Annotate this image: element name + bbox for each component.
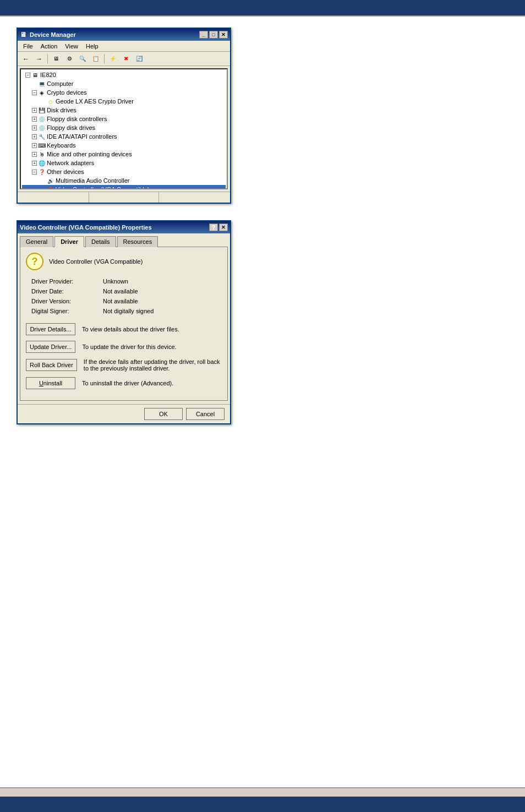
uninstall-button[interactable]: Uninstall bbox=[26, 377, 75, 389]
label-ie820: IE820 bbox=[40, 72, 56, 78]
restore-button[interactable]: □ bbox=[209, 31, 218, 39]
menu-help[interactable]: Help bbox=[83, 42, 102, 50]
props-titlebar-controls: ? ✕ bbox=[209, 224, 228, 231]
tree-item-network[interactable]: + 🌐 Network adapters bbox=[22, 159, 226, 167]
label-network: Network adapters bbox=[47, 160, 94, 166]
expand-mice[interactable]: + bbox=[32, 152, 37, 157]
update-driver-desc: To update the driver for this device. bbox=[82, 344, 222, 350]
toolbar-sep1 bbox=[47, 54, 48, 64]
device-icon: ? bbox=[26, 253, 43, 270]
tab-details[interactable]: Details bbox=[85, 236, 116, 247]
label-floppy-ctrl: Floppy disk controllers bbox=[47, 116, 107, 122]
driver-signer-value: Not digitally signed bbox=[103, 308, 222, 314]
driver-action-rollback: Roll Back Driver If the device fails aft… bbox=[26, 358, 222, 372]
tree-item-crypto[interactable]: − ◈ Crypto devices bbox=[22, 88, 226, 97]
label-other: Other devices bbox=[47, 168, 84, 175]
toolbar-scan[interactable]: 🔍 bbox=[76, 53, 89, 64]
close-button[interactable]: ✕ bbox=[219, 31, 228, 39]
icon-keyboards: ⌨ bbox=[38, 141, 46, 149]
tab-general[interactable]: General bbox=[20, 236, 53, 247]
device-manager-window: 🖥 Device Manager _ □ ✕ File Action View … bbox=[17, 28, 231, 204]
icon-floppy-drives: 💿 bbox=[38, 124, 46, 132]
tree-item-ie820[interactable]: − 🖥 IE820 bbox=[22, 70, 226, 79]
icon-floppy-ctrl: 💿 bbox=[38, 115, 46, 123]
label-video: Video Controller (VGA Compatible) bbox=[56, 186, 149, 189]
driver-info-grid: Driver Provider: Unknown Driver Date: No… bbox=[31, 278, 222, 314]
device-tree[interactable]: − 🖥 IE820 + 💻 Computer − ◈ Crypto device… bbox=[20, 68, 228, 189]
device-manager-window-icon: 🖥 bbox=[20, 31, 28, 39]
roll-back-driver-label: Roll Back Driver bbox=[30, 362, 73, 368]
driver-signer-label: Digital Signer: bbox=[31, 308, 103, 314]
status-bar bbox=[18, 192, 230, 203]
driver-details-label: Driver Details... bbox=[30, 326, 71, 333]
toolbar-update[interactable]: 📋 bbox=[90, 53, 102, 64]
status-section-2 bbox=[89, 192, 158, 203]
toolbar-properties[interactable]: ⚙ bbox=[63, 53, 75, 64]
top-bar bbox=[0, 0, 525, 15]
update-driver-button[interactable]: Update Driver... bbox=[26, 341, 75, 353]
expand-floppy-drives[interactable]: + bbox=[32, 126, 37, 130]
toolbar-forward[interactable]: → bbox=[33, 53, 45, 64]
driver-version-label: Driver Version: bbox=[31, 298, 103, 304]
driver-action-details: Driver Details... To view details about … bbox=[26, 323, 222, 335]
props-help-button[interactable]: ? bbox=[209, 224, 218, 231]
menu-file[interactable]: File bbox=[20, 42, 36, 50]
expand-crypto[interactable]: − bbox=[32, 90, 37, 95]
device-manager-titlebar: 🖥 Device Manager _ □ ✕ bbox=[18, 29, 230, 41]
tab-resources[interactable]: Resources bbox=[117, 236, 158, 247]
tree-item-floppy-drives[interactable]: + 💿 Floppy disk drives bbox=[22, 123, 226, 132]
tab-driver[interactable]: Driver bbox=[54, 236, 84, 247]
label-floppy-drives: Floppy disk drives bbox=[47, 124, 95, 131]
toolbar-help2[interactable]: ✖ bbox=[120, 53, 132, 64]
ok-button[interactable]: OK bbox=[144, 408, 183, 420]
roll-back-driver-button[interactable]: Roll Back Driver bbox=[26, 359, 77, 371]
cancel-label: Cancel bbox=[196, 411, 215, 417]
separator-bottom bbox=[0, 787, 525, 788]
menu-action[interactable]: Action bbox=[37, 42, 61, 50]
tree-item-other[interactable]: − ❓ Other devices bbox=[22, 167, 226, 176]
toolbar-sep2 bbox=[104, 54, 105, 64]
tree-item-audio[interactable]: + 🔊 Multimedia Audio Controller bbox=[22, 176, 226, 185]
tree-item-floppy-ctrl[interactable]: + 💿 Floppy disk controllers bbox=[22, 115, 226, 123]
update-driver-label: Update Driver... bbox=[30, 344, 72, 350]
expand-ie820[interactable]: − bbox=[25, 73, 30, 78]
tree-item-keyboards[interactable]: + ⌨ Keyboards bbox=[22, 141, 226, 150]
content-area: 🖥 Device Manager _ □ ✕ File Action View … bbox=[0, 17, 525, 787]
icon-ide: 🔧 bbox=[38, 133, 46, 140]
label-crypto: Crypto devices bbox=[47, 89, 87, 96]
tree-item-geode[interactable]: + ◇ Geode LX AES Crypto Driver bbox=[22, 97, 226, 106]
titlebar-left: 🖥 Device Manager bbox=[20, 31, 76, 39]
toolbar: ← → 🖥 ⚙ 🔍 📋 ⚡ ✖ 🔄 bbox=[18, 52, 230, 66]
tree-item-video[interactable]: + ❓ Video Controller (VGA Compatible) bbox=[22, 185, 226, 189]
cancel-button[interactable]: Cancel bbox=[186, 408, 225, 420]
status-section-3 bbox=[159, 192, 228, 203]
toolbar-help1[interactable]: ⚡ bbox=[107, 53, 119, 64]
tree-item-mice[interactable]: + 🖱 Mice and other pointing devices bbox=[22, 150, 226, 159]
props-close-button[interactable]: ✕ bbox=[219, 224, 228, 231]
toolbar-computer[interactable]: 🖥 bbox=[50, 53, 62, 64]
expand-network[interactable]: + bbox=[32, 161, 37, 166]
expand-floppy-ctrl[interactable]: + bbox=[32, 117, 37, 122]
tree-item-ide[interactable]: + 🔧 IDE ATA/ATAPI controllers bbox=[22, 132, 226, 141]
toolbar-refresh[interactable]: 🔄 bbox=[133, 53, 145, 64]
icon-other: ❓ bbox=[38, 168, 46, 176]
ok-label: OK bbox=[159, 411, 168, 417]
driver-date-label: Driver Date: bbox=[31, 288, 103, 295]
tab-bar: General Driver Details Resources bbox=[18, 233, 230, 247]
expand-ide[interactable]: + bbox=[32, 134, 37, 139]
expand-disk[interactable]: + bbox=[32, 108, 37, 113]
expand-keyboards[interactable]: + bbox=[32, 143, 37, 148]
menu-view[interactable]: View bbox=[62, 42, 81, 50]
minimize-button[interactable]: _ bbox=[199, 31, 208, 39]
label-geode: Geode LX AES Crypto Driver bbox=[56, 98, 134, 105]
driver-action-update: Update Driver... To update the driver fo… bbox=[26, 341, 222, 353]
toolbar-back[interactable]: ← bbox=[20, 53, 32, 64]
driver-details-button[interactable]: Driver Details... bbox=[26, 323, 75, 335]
tree-item-computer[interactable]: + 💻 Computer bbox=[22, 79, 226, 88]
icon-video: ❓ bbox=[47, 186, 54, 189]
driver-provider-label: Driver Provider: bbox=[31, 278, 103, 285]
label-ide: IDE ATA/ATAPI controllers bbox=[47, 133, 117, 140]
driver-provider-value: Unknown bbox=[103, 278, 222, 285]
tree-item-disk[interactable]: + 💾 Disk drives bbox=[22, 106, 226, 115]
expand-other[interactable]: − bbox=[32, 170, 37, 175]
